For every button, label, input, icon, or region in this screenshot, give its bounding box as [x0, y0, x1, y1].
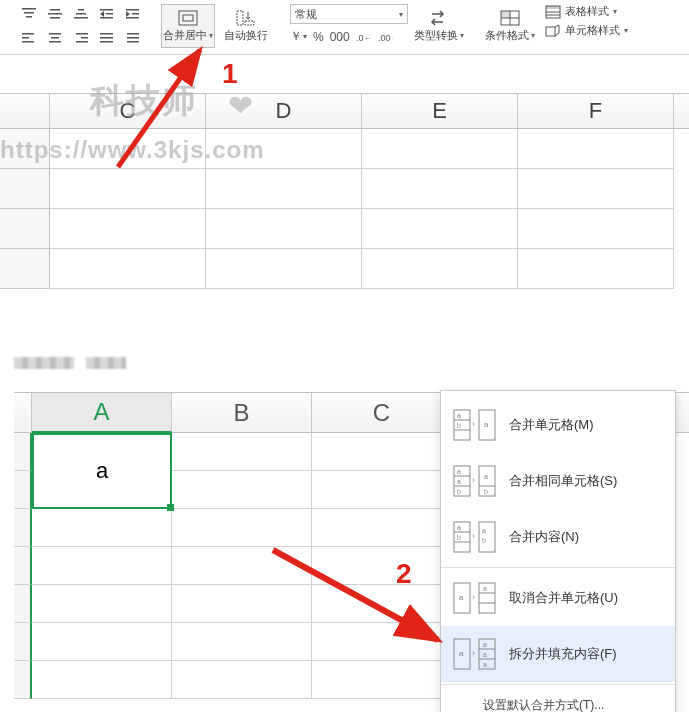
column-header-blank[interactable] — [14, 393, 32, 432]
svg-rect-12 — [49, 33, 61, 35]
percent-button[interactable]: % — [313, 30, 324, 44]
cell-selected[interactable]: a — [32, 433, 172, 509]
row-header[interactable] — [14, 547, 32, 585]
cell[interactable] — [32, 509, 172, 547]
cond-format-button[interactable]: 条件格式▾ — [483, 4, 537, 48]
cell[interactable] — [206, 249, 362, 289]
table-style-label: 表格样式 — [565, 4, 609, 19]
svg-rect-9 — [22, 33, 34, 35]
cell[interactable] — [312, 509, 452, 547]
menu-item-label: 拆分并填充内容(F) — [509, 645, 617, 663]
menu-item-default-merge[interactable]: 设置默认合并方式(T)... — [441, 687, 675, 712]
menu-separator — [441, 684, 675, 685]
cell[interactable] — [32, 547, 172, 585]
column-header[interactable]: E — [362, 94, 518, 128]
cell[interactable] — [362, 169, 518, 209]
row-header[interactable] — [14, 623, 32, 661]
row-header[interactable] — [0, 209, 50, 249]
align-left-icon[interactable] — [18, 28, 40, 48]
align-center-icon[interactable] — [44, 28, 66, 48]
cell[interactable] — [172, 585, 312, 623]
cell[interactable] — [50, 209, 206, 249]
rtl-icon[interactable] — [122, 28, 144, 48]
cell[interactable] — [50, 169, 206, 209]
column-header-blank[interactable] — [0, 94, 50, 128]
row-header[interactable] — [0, 169, 50, 209]
menu-item-unmerge[interactable]: a›a 取消合并单元格(U) — [441, 570, 675, 626]
row-header[interactable] — [0, 129, 50, 169]
merge-center-icon — [178, 10, 198, 26]
cell[interactable] — [32, 661, 172, 699]
cell[interactable] — [206, 169, 362, 209]
row-header[interactable] — [14, 585, 32, 623]
cell[interactable] — [172, 433, 312, 471]
cell[interactable] — [362, 129, 518, 169]
column-header[interactable]: F — [518, 94, 674, 128]
cell[interactable] — [518, 249, 674, 289]
svg-rect-21 — [100, 17, 113, 19]
cell-style-button[interactable]: 单元格样式▾ — [545, 23, 628, 38]
column-header[interactable]: C — [312, 393, 452, 432]
cell[interactable] — [312, 661, 452, 699]
currency-button[interactable]: ￥▾ — [290, 28, 307, 45]
cell[interactable] — [312, 433, 452, 471]
cell[interactable] — [50, 129, 206, 169]
menu-item-split-fill[interactable]: a›aaa 拆分并填充内容(F) — [441, 626, 675, 682]
column-header[interactable]: B — [172, 393, 312, 432]
cell[interactable] — [312, 547, 452, 585]
cell[interactable] — [206, 129, 362, 169]
table-style-button[interactable]: 表格样式▾ — [545, 4, 628, 19]
cell[interactable] — [518, 209, 674, 249]
row-header[interactable] — [14, 661, 32, 699]
decrease-decimal-button[interactable]: .0← — [356, 31, 372, 43]
align-bottom-icon[interactable] — [70, 4, 92, 24]
align-right-icon[interactable] — [70, 28, 92, 48]
orientation-icon[interactable] — [96, 28, 118, 48]
decrease-indent-icon[interactable] — [96, 4, 118, 24]
cell[interactable] — [518, 129, 674, 169]
svg-text:›: › — [472, 531, 475, 541]
cell[interactable] — [32, 623, 172, 661]
cell[interactable] — [172, 623, 312, 661]
column-header[interactable]: A — [32, 393, 172, 433]
svg-text:a: a — [459, 593, 464, 602]
row-header[interactable] — [0, 249, 50, 289]
cell[interactable] — [312, 623, 452, 661]
align-vertical-group — [18, 4, 92, 48]
align-top-icon[interactable] — [18, 4, 40, 24]
type-convert-button[interactable]: 类型转换▾ — [412, 4, 466, 48]
wrap-text-button[interactable]: 自动换行 — [219, 4, 273, 48]
column-header[interactable]: D — [206, 94, 362, 128]
table-style-icon — [545, 5, 561, 19]
cell[interactable] — [312, 471, 452, 509]
svg-rect-39 — [501, 11, 510, 18]
cell[interactable] — [518, 169, 674, 209]
menu-item-merge-content[interactable]: ab›ab 合并内容(N) — [441, 509, 675, 565]
cell[interactable] — [312, 585, 452, 623]
increase-indent-icon[interactable] — [122, 4, 144, 24]
cell[interactable] — [362, 209, 518, 249]
cell[interactable] — [172, 509, 312, 547]
menu-item-merge-cells[interactable]: ab›a 合并单元格(M) — [441, 397, 675, 453]
cell[interactable] — [172, 661, 312, 699]
align-middle-icon[interactable] — [44, 4, 66, 24]
row-header[interactable] — [14, 433, 32, 471]
cell[interactable] — [172, 547, 312, 585]
increase-decimal-button[interactable]: .00→ — [378, 31, 394, 43]
row-header[interactable] — [14, 471, 32, 509]
cell[interactable] — [50, 249, 206, 289]
menu-item-merge-same[interactable]: aab›ab 合并相同单元格(S) — [441, 453, 675, 509]
svg-marker-23 — [126, 11, 130, 17]
cell[interactable] — [362, 249, 518, 289]
merge-center-button[interactable]: 合并居中▾ — [161, 4, 215, 48]
svg-text:›: › — [472, 592, 475, 602]
cell[interactable] — [32, 585, 172, 623]
column-header[interactable]: C — [50, 94, 206, 128]
comma-style-button[interactable]: 000 — [330, 30, 350, 44]
row-header[interactable] — [14, 509, 32, 547]
cell[interactable] — [172, 471, 312, 509]
cell[interactable] — [206, 209, 362, 249]
spreadsheet-upper: C D E F — [0, 55, 689, 289]
number-format-select[interactable]: 常规 ▾ — [290, 4, 408, 24]
svg-rect-34 — [237, 11, 243, 25]
